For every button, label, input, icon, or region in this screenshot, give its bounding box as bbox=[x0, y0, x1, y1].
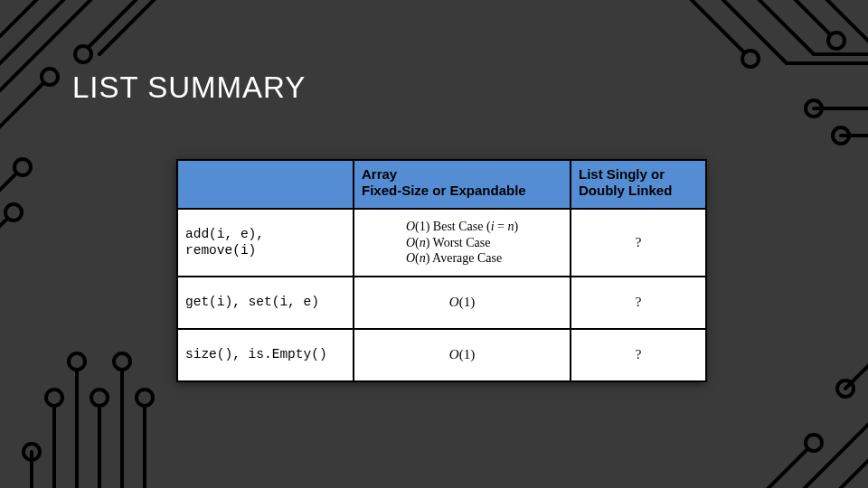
table-row: get(i), set(i, e) O(1) ? bbox=[177, 277, 706, 329]
header-list-line1: List Singly or bbox=[579, 166, 665, 182]
complexity-avg: O(n) Average Case bbox=[406, 251, 502, 265]
svg-point-21 bbox=[137, 389, 153, 406]
cell-array-size-empty: O(1) bbox=[354, 329, 571, 381]
cell-op-add-remove: add(i, e), remove(i) bbox=[177, 209, 354, 277]
complexity-worst: O(n) Worst Case bbox=[406, 236, 491, 249]
cell-list-size-empty: ? bbox=[571, 329, 706, 381]
svg-point-38 bbox=[806, 435, 822, 451]
header-list: List Singly or Doubly Linked bbox=[571, 160, 706, 209]
complexity-best: O(1) Best Case (i = n) bbox=[406, 220, 518, 233]
complexity-table: Array Fixed-Size or Expandable List Sing… bbox=[176, 159, 705, 382]
svg-line-39 bbox=[787, 411, 868, 488]
svg-point-19 bbox=[91, 389, 108, 406]
cell-op-get-set: get(i), set(i, e) bbox=[177, 277, 354, 329]
table-row: size(), is.Empty() O(1) ? bbox=[177, 329, 706, 381]
svg-point-41 bbox=[837, 380, 854, 397]
header-array-line2: Fixed-Size or Expandable bbox=[362, 183, 526, 198]
svg-line-37 bbox=[750, 443, 814, 488]
svg-point-22 bbox=[24, 444, 40, 460]
cell-op-size-empty: size(), is.Empty() bbox=[177, 329, 354, 381]
cell-list-add-remove: ? bbox=[571, 209, 706, 277]
svg-line-40 bbox=[823, 447, 868, 488]
svg-point-17 bbox=[46, 389, 62, 406]
cell-array-get-set: O(1) bbox=[354, 277, 571, 329]
table-header-row: Array Fixed-Size or Expandable List Sing… bbox=[177, 160, 706, 209]
cell-array-add-remove: O(1) Best Case (i = n) O(n) Worst Case O… bbox=[354, 209, 571, 277]
header-list-line2: Doubly Linked bbox=[579, 183, 672, 198]
header-blank bbox=[177, 160, 354, 209]
cell-list-get-set: ? bbox=[571, 277, 706, 329]
header-array: Array Fixed-Size or Expandable bbox=[354, 160, 571, 209]
header-array-line1: Array bbox=[362, 166, 397, 182]
page-title: LIST SUMMARY bbox=[72, 70, 868, 105]
table-row: add(i, e), remove(i) O(1) Best Case (i =… bbox=[177, 209, 706, 277]
